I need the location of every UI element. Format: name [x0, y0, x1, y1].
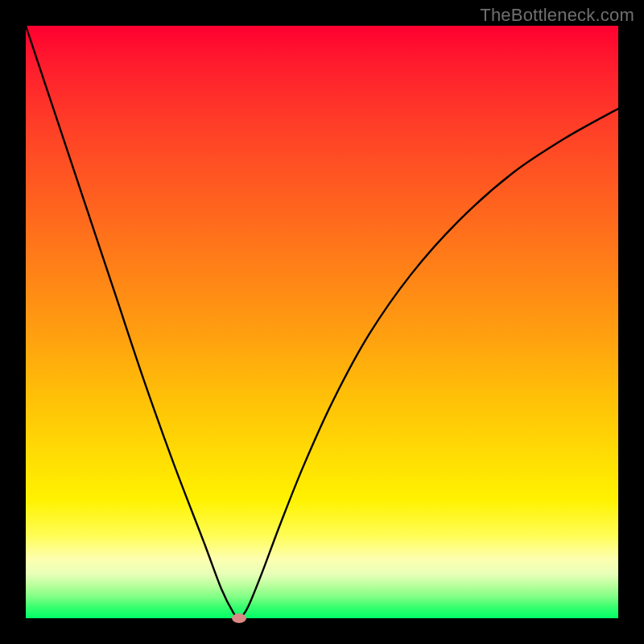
chart-plot-area [26, 26, 618, 618]
chart-curve [26, 26, 618, 618]
bottleneck-curve [26, 26, 618, 618]
chart-frame: TheBottleneck.com [0, 0, 644, 644]
minimum-marker [232, 613, 246, 623]
watermark-text: TheBottleneck.com [480, 5, 634, 26]
